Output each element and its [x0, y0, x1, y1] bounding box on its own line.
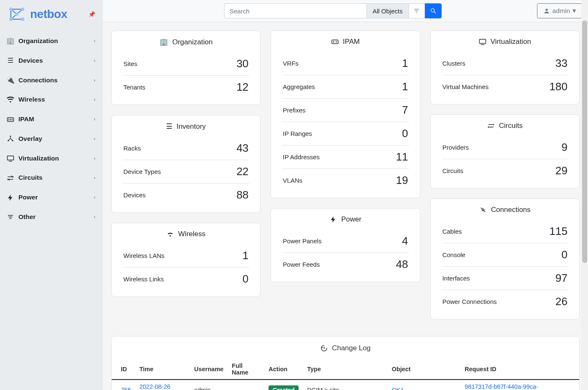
building-icon: 🏢: [6, 37, 15, 45]
sidebar-item-other[interactable]: Other ›: [0, 207, 103, 227]
sidebar-item-virtualization[interactable]: Virtualization ›: [0, 148, 103, 168]
sidebar-item-label: Other: [18, 213, 94, 221]
counter-icon: [331, 38, 339, 46]
chevron-right-icon: ›: [94, 175, 95, 181]
stat-tenants[interactable]: Tenants12: [123, 76, 249, 99]
changelog-fullname: —: [228, 380, 264, 390]
chevron-right-icon: ›: [94, 194, 95, 200]
card-title: Circuits: [499, 122, 523, 130]
svg-point-36: [493, 124, 494, 125]
sidebar-item-organization[interactable]: 🏢 Organization ›: [0, 31, 103, 51]
stat-racks[interactable]: Racks43: [123, 137, 249, 160]
stat-powerconn[interactable]: Power Connections26: [442, 290, 568, 313]
changelog-type: DCIM > site: [303, 380, 387, 390]
wifi-icon: [166, 230, 174, 238]
sidebar-item-label: Wireless: [18, 96, 94, 103]
col-action[interactable]: Action: [264, 359, 303, 380]
sidebar-item-wireless[interactable]: Wireless ›: [0, 90, 103, 110]
dashboard-content: 🏢 Organization Sites30 Tenants12 ☰ Inven…: [103, 22, 588, 390]
chevron-right-icon: ›: [94, 136, 95, 142]
stat-providers[interactable]: Providers9: [442, 136, 568, 159]
stat-cables[interactable]: Cables115: [442, 220, 568, 243]
stat-clusters[interactable]: Clusters33: [442, 52, 568, 75]
card-title: Connections: [491, 206, 531, 214]
sidebar: netbox 📌 🏢 Organization › ☰ Devices › 🔌 …: [0, 0, 103, 390]
card-inventory: ☰ Inventory Racks43 Device Types22 Devic…: [111, 115, 261, 213]
scrollbar-thumb[interactable]: [582, 20, 587, 263]
col-type[interactable]: Type: [303, 359, 387, 380]
sidebar-item-overlay[interactable]: Overlay ›: [0, 129, 103, 149]
history-icon: [320, 344, 328, 352]
menu-icon: [6, 213, 15, 221]
sidebar-item-circuits[interactable]: Circuits ›: [0, 168, 103, 188]
changelog-requestid-link[interactable]: 9817317d-b67f-440a-99ca-4ae07ede94df: [465, 383, 538, 390]
server-icon: ☰: [166, 122, 172, 131]
col-requestid[interactable]: Request ID: [460, 359, 579, 380]
stat-prefixes[interactable]: Prefixes7: [282, 99, 409, 122]
stat-powerpanels[interactable]: Power Panels4: [282, 229, 409, 253]
user-name: admin: [552, 7, 570, 15]
logo-area: netbox 📌: [0, 0, 103, 28]
svg-point-20: [13, 176, 14, 177]
netbox-logo-icon: [8, 6, 26, 23]
stat-sites[interactable]: Sites30: [123, 52, 249, 76]
stat-vms[interactable]: Virtual Machines180: [442, 75, 568, 98]
search-input[interactable]: [224, 3, 366, 18]
sidebar-item-label: Virtualization: [18, 155, 94, 162]
sidebar-item-ipam[interactable]: IPAM ›: [0, 110, 103, 129]
changelog-card: Change Log ID Time Username Full Name Ac…: [111, 336, 580, 390]
stat-ipranges[interactable]: IP Ranges0: [282, 122, 409, 145]
sidebar-item-connections[interactable]: 🔌 Connections ›: [0, 70, 103, 90]
col-time[interactable]: Time: [135, 359, 190, 380]
stat-vlans[interactable]: VLANs19: [282, 169, 409, 192]
svg-rect-18: [8, 156, 14, 160]
sidebar-item-label: Organization: [18, 37, 94, 45]
stat-device-types[interactable]: Device Types22: [123, 160, 249, 184]
changelog-table: ID Time Username Full Name Action Type O…: [112, 359, 579, 390]
monitor-icon: [479, 38, 486, 46]
col-username[interactable]: Username: [190, 359, 228, 380]
chevron-right-icon: ›: [94, 38, 95, 44]
search-scope-select[interactable]: All Objects: [366, 3, 409, 18]
changelog-title-text: Change Log: [332, 344, 371, 352]
col-fullname[interactable]: Full Name: [228, 359, 264, 380]
stat-circuits[interactable]: Circuits29: [442, 159, 568, 182]
sidebar-item-devices[interactable]: ☰ Devices ›: [0, 51, 103, 70]
stat-console[interactable]: Console0: [442, 243, 568, 267]
stat-powerfeeds[interactable]: Power Feeds48: [282, 253, 409, 276]
stat-interfaces[interactable]: Interfaces97: [442, 267, 568, 290]
search-filter-button[interactable]: [409, 3, 425, 18]
sidebar-item-label: Connections: [18, 76, 94, 84]
stat-aggregates[interactable]: Aggregates1: [282, 75, 409, 99]
chevron-right-icon: ›: [94, 77, 95, 83]
card-title: Organization: [172, 38, 212, 46]
svg-point-10: [15, 13, 18, 16]
stat-wlans[interactable]: Wireless LANs1: [123, 244, 249, 268]
counter-icon: [6, 115, 15, 123]
user-menu-button[interactable]: admin ▾: [537, 3, 582, 18]
swap-icon: [6, 174, 15, 182]
stat-devices[interactable]: Devices88: [123, 184, 249, 206]
wifi-icon: [6, 96, 15, 104]
filter-icon: [413, 8, 420, 14]
sidebar-item-label: Overlay: [18, 135, 94, 143]
stat-wlinks[interactable]: Wireless Links0: [123, 268, 249, 291]
stat-vrfs[interactable]: VRFs1: [282, 52, 409, 75]
main: All Objects admin ▾: [103, 0, 588, 390]
svg-point-28: [431, 9, 434, 12]
scrollbar[interactable]: [581, 0, 588, 390]
changelog-object-link[interactable]: OK1: [392, 387, 404, 390]
action-badge: Created: [268, 385, 299, 390]
brand-logo[interactable]: netbox: [8, 6, 67, 23]
chevron-right-icon: ›: [94, 214, 95, 220]
pin-icon[interactable]: 📌: [88, 11, 95, 18]
stat-ipaddresses[interactable]: IP Addresses11: [282, 145, 409, 169]
search-button[interactable]: [425, 3, 442, 18]
sidebar-item-power[interactable]: Power ›: [0, 188, 103, 207]
col-id[interactable]: ID: [112, 359, 135, 380]
card-power: Power Power Panels4 Power Feeds48: [271, 208, 420, 282]
col-object[interactable]: Object: [388, 359, 460, 380]
changelog-time-link[interactable]: 2022-08-26 14:22: [139, 383, 170, 390]
cable-icon: [479, 206, 487, 214]
changelog-id-link[interactable]: 755: [121, 387, 131, 390]
